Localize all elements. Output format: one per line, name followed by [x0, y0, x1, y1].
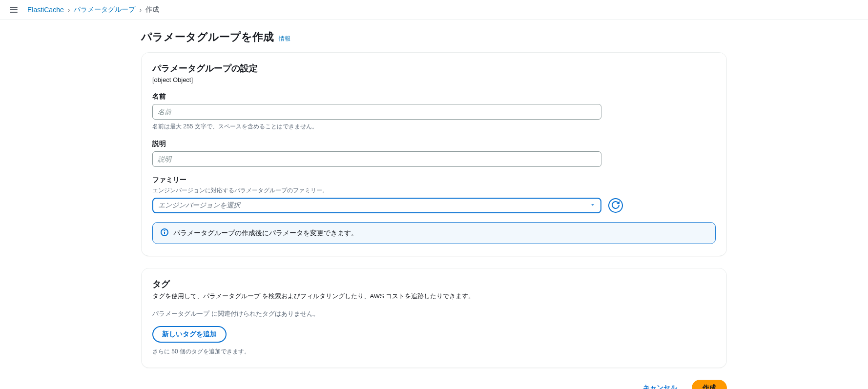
refresh-button[interactable]	[608, 198, 623, 213]
name-input[interactable]	[152, 104, 601, 120]
description-input[interactable]	[152, 151, 601, 167]
svg-point-2	[165, 230, 165, 231]
family-field-group: ファミリー エンジンバージョンに対応するパラメータグループのファミリー。 エンジ…	[152, 176, 716, 213]
name-hint: 名前は最大 255 文字で、スペースを含めることはできません。	[152, 123, 716, 131]
description-label: 説明	[152, 140, 716, 148]
caret-down-icon	[590, 202, 596, 209]
tags-panel-title: タグ	[152, 278, 716, 290]
tags-empty-text: パラメータグループ に関連付けられたタグはありません。	[152, 309, 716, 318]
name-label: 名前	[152, 92, 716, 101]
tags-panel: タグ タグを使用して、パラメータグループ を検索およびフィルタリングしたり、AW…	[141, 268, 727, 368]
page-title: パラメータグループを作成	[141, 30, 274, 44]
breadcrumb: ElastiCache › パラメータグループ › 作成	[27, 5, 159, 14]
refresh-icon	[612, 201, 620, 210]
info-alert: パラメータグループの作成後にパラメータを変更できます。	[152, 222, 716, 244]
family-sublabel: エンジンバージョンに対応するパラメータグループのファミリー。	[152, 186, 716, 195]
breadcrumb-current: 作成	[145, 5, 159, 14]
create-button[interactable]: 作成	[692, 380, 727, 389]
settings-panel-title: パラメータグループの設定	[152, 62, 716, 74]
family-select-placeholder: エンジンバージョンを選択	[158, 201, 240, 210]
breadcrumb-link-parameter-groups[interactable]: パラメータグループ	[74, 5, 135, 14]
family-select[interactable]: エンジンバージョンを選択	[152, 198, 601, 213]
info-alert-text: パラメータグループの作成後にパラメータを変更できます。	[173, 229, 358, 238]
settings-panel-description: [object Object]	[152, 76, 716, 83]
add-tag-button[interactable]: 新しいタグを追加	[152, 326, 227, 343]
name-field-group: 名前 名前は最大 255 文字で、スペースを含めることはできません。	[152, 92, 716, 131]
footer-actions: キャンセル 作成	[141, 380, 727, 389]
top-bar: ElastiCache › パラメータグループ › 作成	[0, 0, 868, 20]
info-link[interactable]: 情報	[279, 35, 290, 43]
tags-remaining-hint: さらに 50 個のタグを追加できます。	[152, 348, 716, 356]
chevron-right-icon: ›	[139, 6, 142, 14]
settings-panel: パラメータグループの設定 [object Object] 名前 名前は最大 25…	[141, 52, 727, 256]
tags-panel-description: タグを使用して、パラメータグループ を検索およびフィルタリングしたり、AWS コ…	[152, 292, 716, 301]
description-field-group: 説明	[152, 140, 716, 167]
family-label: ファミリー	[152, 176, 716, 184]
breadcrumb-link-elasticache[interactable]: ElastiCache	[27, 6, 64, 14]
page-header: パラメータグループを作成 情報	[141, 30, 727, 44]
menu-icon[interactable]	[8, 5, 20, 15]
cancel-button[interactable]: キャンセル	[634, 380, 686, 389]
info-icon	[161, 228, 168, 238]
chevron-right-icon: ›	[68, 6, 70, 14]
